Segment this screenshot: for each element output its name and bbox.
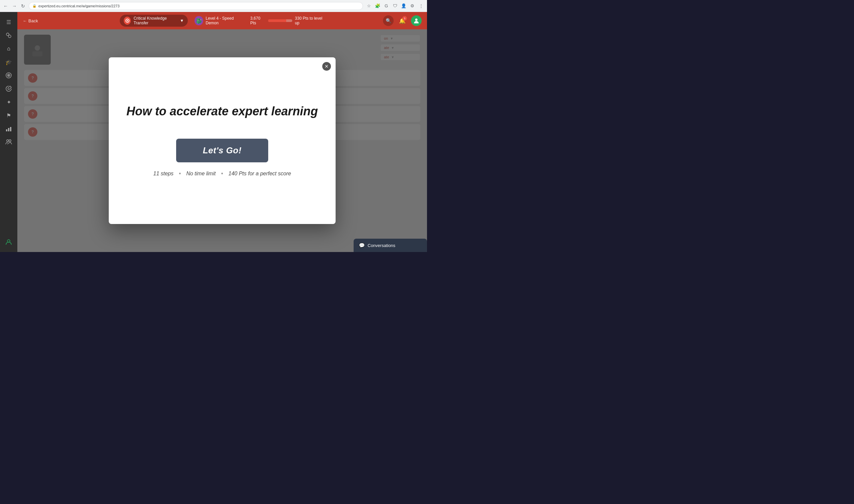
conversations-icon: 💬 (358, 242, 365, 249)
modal-meta: 11 steps • No time limit • 140 Pts for a… (154, 170, 291, 177)
modal-dialog: ✕ How to accelerate expert learning Let'… (109, 57, 336, 224)
modal-title: How to accelerate expert learning (126, 104, 318, 118)
sidebar-flag-icon[interactable]: ⚑ (3, 109, 15, 121)
shield-icon[interactable]: 🛡 (391, 3, 398, 9)
back-label: Back (28, 18, 38, 23)
conversations-label: Conversations (368, 243, 395, 248)
modal-perfect-score: 140 Pts for a perfect score (228, 171, 291, 177)
svg-point-9 (9, 140, 11, 142)
main-content: ← Back Critical Knowledge Transfer ▼ 🐉 L… (17, 12, 427, 252)
points-label: 3,670 Pts (250, 16, 265, 25)
star-bookmark-icon[interactable]: ☆ (366, 3, 372, 9)
menu-dots-icon[interactable]: ⋮ (418, 3, 424, 9)
top-nav-center: Critical Knowledge Transfer ▼ 🐉 Level 4 … (120, 15, 325, 27)
top-nav-right: 🔍 🔔 5 (383, 15, 422, 26)
level-label: Level 4 - Speed Demon (206, 16, 244, 25)
browser-icons: ☆ 🧩 G 🛡 👤 ⚙ ⋮ (366, 3, 424, 9)
notification-count-badge: 5 (402, 16, 407, 21)
svg-point-8 (7, 140, 9, 142)
sidebar-circles-icon[interactable] (3, 29, 15, 41)
sidebar-target-icon[interactable] (3, 69, 15, 81)
sidebar-menu-icon[interactable]: ☰ (3, 16, 15, 28)
svg-point-4 (8, 75, 9, 76)
sidebar-learning-icon[interactable]: 🎓 (3, 56, 15, 68)
svg-point-1 (8, 35, 11, 38)
back-nav-button[interactable]: ← (3, 3, 9, 9)
svg-rect-6 (8, 128, 9, 131)
mission-badge[interactable]: Critical Knowledge Transfer ▼ (120, 15, 188, 27)
settings-icon[interactable]: ⚙ (409, 3, 416, 9)
svg-rect-5 (6, 129, 7, 131)
conversations-panel[interactable]: 💬 Conversations (354, 239, 427, 252)
mission-label: Critical Knowledge Transfer (134, 16, 177, 25)
modal-close-button[interactable]: ✕ (322, 62, 331, 71)
back-arrow-icon: ← (23, 18, 27, 23)
sidebar-star-icon[interactable]: ✦ (3, 96, 15, 108)
modal-time-limit: No time limit (186, 171, 215, 177)
forward-nav-button[interactable]: → (11, 3, 17, 9)
user-avatar[interactable] (411, 15, 422, 26)
mission-dropdown-icon: ▼ (180, 18, 184, 23)
app-wrapper: ☰ ⌂ 🎓 ✦ ⚑ ← Back (0, 12, 427, 252)
points-progress-fill (268, 19, 286, 22)
modal-overlay[interactable]: ✕ How to accelerate expert learning Let'… (17, 29, 427, 252)
sidebar-people-icon[interactable] (3, 136, 15, 148)
pts-to-level-label: 330 Pts to level up (295, 16, 325, 25)
meta-dot-1: • (179, 170, 181, 177)
points-section: 3,670 Pts 330 Pts to level up (250, 16, 325, 25)
points-progress-bar (268, 19, 292, 22)
level-badge: 🐉 Level 4 - Speed Demon (194, 16, 244, 25)
level-avatar: 🐉 (194, 16, 203, 25)
search-button[interactable]: 🔍 (383, 15, 394, 26)
modal-steps: 11 steps (154, 171, 173, 177)
top-nav: ← Back Critical Knowledge Transfer ▼ 🐉 L… (17, 12, 427, 29)
mission-badge-icon (124, 17, 131, 25)
svg-point-13 (415, 19, 418, 21)
back-button[interactable]: ← Back (23, 18, 38, 23)
extensions-icon[interactable]: 🧩 (374, 3, 381, 9)
url-text: expertized.eu.centrical.me/w/game/missio… (38, 4, 119, 8)
sidebar-user-icon[interactable] (3, 236, 15, 248)
meta-dot-2: • (221, 170, 223, 177)
sidebar-chart-icon[interactable] (3, 123, 15, 135)
sidebar-home-icon[interactable]: ⌂ (3, 43, 15, 55)
notification-bell[interactable]: 🔔 5 (397, 15, 408, 26)
refresh-button[interactable]: ↻ (20, 3, 26, 9)
sidebar-sticker-icon[interactable] (3, 83, 15, 95)
svg-rect-7 (10, 127, 11, 131)
sidebar: ☰ ⌂ 🎓 ✦ ⚑ (0, 12, 17, 252)
lets-go-button[interactable]: Let's Go! (176, 139, 268, 162)
profile-icon[interactable]: 👤 (400, 3, 407, 9)
browser-chrome: ← → ↻ 🔒 expertized.eu.centrical.me/w/gam… (0, 0, 427, 12)
page-background: on ▼ ate ▼ ate ▼ ? (17, 29, 427, 252)
svg-point-12 (127, 20, 128, 21)
grammarly-icon[interactable]: G (383, 3, 390, 9)
lock-icon: 🔒 (32, 4, 36, 8)
address-bar[interactable]: 🔒 expertized.eu.centrical.me/w/game/miss… (29, 2, 363, 10)
